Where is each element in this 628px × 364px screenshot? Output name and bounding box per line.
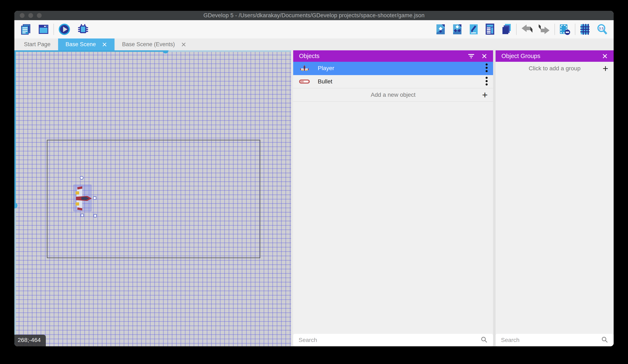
- toolbar-separator: [516, 24, 517, 35]
- maximize-window-button[interactable]: [37, 13, 42, 18]
- object-name: Player: [318, 65, 334, 71]
- player-ship-sprite: [74, 185, 92, 212]
- rotate-handle[interactable]: [80, 176, 83, 180]
- panel-resize-gutter[interactable]: [291, 50, 293, 346]
- redo-icon[interactable]: [539, 24, 550, 35]
- tab-label: Start Page: [24, 41, 51, 48]
- tab-base-scene[interactable]: Base Scene: [58, 39, 115, 50]
- preview-play-icon[interactable]: [58, 23, 71, 36]
- toolbar-separator: [575, 24, 575, 35]
- object-name: Bullet: [318, 78, 332, 85]
- properties-icon[interactable]: [469, 23, 479, 35]
- resize-handle-bottom[interactable]: [80, 214, 84, 217]
- object-row-bullet[interactable]: Bullet: [293, 75, 493, 88]
- object-menu-icon[interactable]: [485, 62, 488, 74]
- close-window-button[interactable]: [20, 13, 25, 18]
- add-group-label: Click to add a group: [529, 65, 580, 72]
- selected-instance-highlight[interactable]: [74, 185, 91, 211]
- add-object-label: Add a new object: [371, 92, 416, 98]
- close-tab-icon[interactable]: [102, 42, 107, 47]
- resize-handle-right[interactable]: [93, 196, 96, 200]
- tab-label: Base Scene: [66, 41, 96, 48]
- cursor-coordinates: 268;-464: [14, 335, 46, 346]
- instances-list-icon[interactable]: [485, 23, 495, 35]
- layers-editor-icon[interactable]: [501, 23, 512, 35]
- resize-handle-corner[interactable]: [93, 214, 97, 217]
- zoom-reset-icon[interactable]: 1:1: [597, 23, 608, 35]
- tab-label: Base Scene (Events): [122, 41, 175, 48]
- content-area: 268;-464 Objects: [14, 50, 614, 346]
- object-groups-panel-header: Object Groups: [496, 50, 614, 62]
- object-groups-panel: Object Groups Click to add a group +: [496, 50, 614, 346]
- player-object-thumbnail: [298, 63, 311, 73]
- search-icon: [601, 336, 608, 344]
- titlebar: GDevelop 5 - /Users/dkarakay/Documents/G…: [14, 11, 614, 20]
- debug-icon[interactable]: [77, 23, 89, 36]
- horizontal-scrollbar[interactable]: [14, 50, 291, 52]
- add-group-button[interactable]: Click to add a group +: [496, 62, 614, 75]
- object-menu-icon[interactable]: [485, 76, 488, 87]
- mask-instances-icon[interactable]: [559, 23, 571, 35]
- panel-resize-gutter[interactable]: [493, 50, 496, 346]
- add-object-button[interactable]: Add a new object +: [293, 88, 493, 102]
- object-groups-panel-title: Object Groups: [501, 53, 540, 60]
- scene-editor-canvas[interactable]: 268;-464: [14, 50, 291, 346]
- objects-panel-header: Objects: [293, 50, 493, 62]
- objects-panel: Objects: [293, 50, 493, 346]
- tab-start-page[interactable]: Start Page: [16, 39, 58, 50]
- groups-search-input[interactable]: [501, 337, 601, 343]
- close-panel-icon[interactable]: [602, 53, 608, 59]
- app-window: GDevelop 5 - /Users/dkarakay/Documents/G…: [14, 11, 614, 346]
- scene-properties-icon[interactable]: [38, 23, 49, 35]
- project-manager-icon[interactable]: [20, 23, 31, 35]
- objects-panel-title: Objects: [299, 53, 319, 60]
- object-groups-editor-icon[interactable]: [452, 23, 463, 35]
- objects-search-input[interactable]: [299, 337, 480, 343]
- objects-search-bar[interactable]: [293, 334, 493, 346]
- horizontal-scrollbar-thumb[interactable]: [163, 50, 168, 54]
- traffic-lights: [20, 13, 42, 18]
- vertical-scrollbar[interactable]: [14, 50, 16, 346]
- window-title: GDevelop 5 - /Users/dkarakay/Documents/G…: [203, 12, 425, 19]
- undo-icon[interactable]: [521, 24, 532, 35]
- toolbar-separator: [554, 24, 555, 35]
- tab-strip: Start Page Base Scene Base Scene (Events…: [14, 39, 614, 50]
- zoom-ratio-label: 1:1: [599, 26, 604, 30]
- plus-icon[interactable]: +: [482, 90, 488, 100]
- tab-base-scene-events[interactable]: Base Scene (Events): [115, 39, 194, 50]
- toolbar: 1:1: [14, 20, 614, 39]
- plus-icon[interactable]: +: [603, 64, 608, 73]
- close-tab-icon[interactable]: [181, 42, 186, 47]
- search-icon: [480, 336, 488, 344]
- vertical-scrollbar-thumb[interactable]: [14, 203, 17, 208]
- minimize-window-button[interactable]: [28, 13, 33, 18]
- filter-icon[interactable]: [468, 54, 474, 59]
- toolbar-separator: [54, 24, 54, 35]
- close-panel-icon[interactable]: [481, 53, 487, 59]
- bullet-object-thumbnail: [298, 79, 311, 84]
- objects-editor-icon[interactable]: [435, 23, 446, 35]
- grid-icon[interactable]: [579, 23, 590, 35]
- groups-search-bar[interactable]: [496, 334, 614, 346]
- object-row-player[interactable]: Player: [293, 62, 493, 75]
